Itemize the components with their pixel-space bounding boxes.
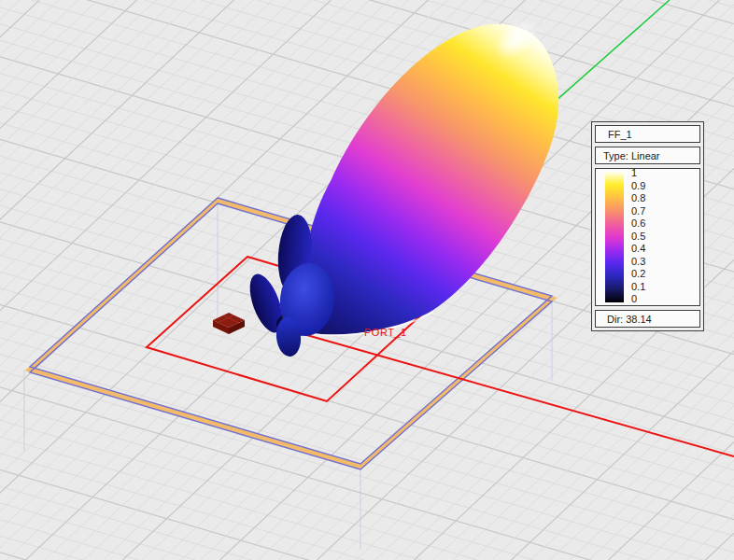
colorbar-tick-label: 0.8 (631, 193, 645, 203)
colorbar-tick-label: 1 (631, 168, 645, 178)
legend-title: FF_1 (595, 125, 700, 143)
colorbar-tick-label: 0.1 (631, 282, 645, 292)
farfield-legend: FF_1 Type: Linear 10.90.80.70.60.50.40.3… (591, 121, 704, 331)
legend-colorbar: 10.90.80.70.60.50.40.30.20.10 (595, 168, 700, 306)
colorbar-tick-label: 0.3 (631, 257, 645, 267)
colorbar-tick-label: 0.7 (631, 206, 645, 217)
port-label: PORT_1 (364, 327, 407, 338)
colorbar-tick-label: 0.5 (631, 231, 645, 242)
legend-directivity: Dir: 38.14 (595, 310, 700, 328)
colorbar-tick-label: 0.2 (631, 269, 645, 279)
colorbar-tick-label: 0.9 (631, 181, 645, 191)
viewport-stage: PORT_1 FF_1 Type: Linear 10.90.80.70.60.… (0, 0, 734, 560)
colorbar-tick-label: 0.6 (631, 218, 645, 229)
colorbar-tick-label: 0.4 (631, 244, 645, 254)
legend-scale-type: Type: Linear (595, 147, 700, 164)
colorbar-gradient (605, 172, 624, 302)
colorbar-tick-label: 0 (631, 294, 645, 304)
colorbar-ticks: 10.90.80.70.60.50.40.30.20.10 (631, 168, 645, 304)
